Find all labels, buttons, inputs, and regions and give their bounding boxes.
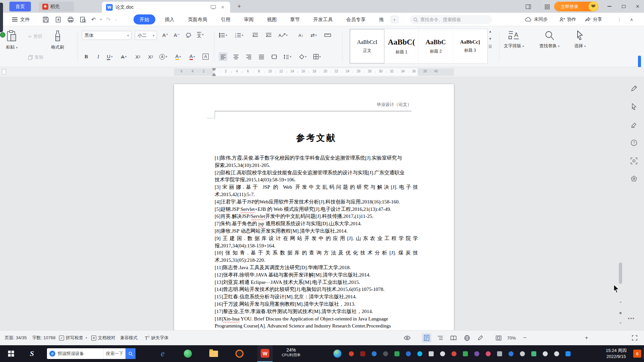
highlight-color-icon[interactable]: A▾ — [174, 52, 182, 61]
ltr-rtl-icon[interactable]: ⇄▾ — [309, 31, 318, 40]
tray-dark-icon[interactable] — [383, 351, 388, 356]
menu-tab-章节[interactable]: 章节 — [283, 13, 307, 26]
edge-dock-widget[interactable] — [0, 3, 3, 32]
font-name-combo[interactable]: 黑体▾ — [82, 31, 131, 40]
collapse-ribbon-icon[interactable]: ∧ — [630, 13, 633, 26]
web-layout-icon[interactable] — [462, 333, 472, 343]
taskbar-ie[interactable]: e — [155, 345, 170, 362]
proofread-button[interactable]: ✕ 文档校对 — [91, 330, 115, 345]
align-left-icon[interactable] — [219, 52, 227, 61]
select-button[interactable]: 选择 ▾ — [574, 30, 586, 49]
copy-button[interactable]: 复制 — [28, 54, 43, 60]
taskbar-explorer[interactable] — [206, 345, 221, 362]
font-size-combo[interactable]: 小二▾ — [135, 31, 157, 40]
gallery-down-icon[interactable]: ▼ — [488, 37, 492, 41]
tray-red-icon[interactable] — [349, 351, 354, 356]
redo-icon[interactable]: ↷ — [106, 16, 110, 23]
increase-indent-icon[interactable] — [264, 31, 273, 40]
taskbar-search-box[interactable]: e 恒温恒湿设备 搜索一下 — [47, 348, 136, 359]
tray-q-icon[interactable] — [566, 351, 571, 356]
taskbar-wps[interactable]: W — [257, 345, 273, 362]
undo-dropdown-icon[interactable]: ▾ — [100, 18, 102, 21]
tab-docer[interactable]: ❋ 稻壳 — [39, 2, 74, 11]
start-button[interactable] — [3, 345, 19, 362]
zoom-out-icon[interactable]: − — [523, 330, 527, 345]
bold-icon[interactable]: B — [82, 52, 91, 61]
undo-icon[interactable]: ↶ — [91, 16, 96, 23]
paste-button[interactable]: 粘贴 ▾ — [6, 30, 17, 50]
eye-protect-widget-icon[interactable] — [0, 32, 5, 38]
gallery-more-icon[interactable]: ☰ — [488, 44, 492, 49]
subscript-icon[interactable]: X2 — [146, 52, 155, 61]
style-标题 3[interactable]: AaBbCc]标题 3 — [453, 29, 487, 63]
gallery-up-icon[interactable]: ▲ — [488, 29, 492, 33]
tab-home[interactable]: 首页 — [9, 2, 31, 11]
spellcheck-button[interactable]: ✓ 拼写检查 ▾ — [59, 330, 87, 345]
tray-monitor-icon[interactable] — [497, 351, 502, 356]
bullet-list-icon[interactable]: ▾ — [219, 31, 227, 40]
justify-icon[interactable] — [257, 52, 266, 61]
pointer-select-icon[interactable] — [629, 102, 639, 111]
vertical-scrollbar[interactable] — [619, 262, 622, 284]
search-magnifier-icon[interactable] — [125, 348, 136, 359]
command-search-input[interactable] — [420, 17, 484, 22]
float-ball-icon[interactable] — [333, 350, 341, 358]
style-标题 2[interactable]: AaBbC标题 2 — [419, 29, 453, 63]
fit-page-icon[interactable] — [494, 333, 503, 343]
italic-icon[interactable]: I — [94, 52, 103, 61]
split-window-icon[interactable] — [210, 5, 217, 9]
align-right-icon[interactable] — [244, 52, 253, 61]
tray-qq-icon[interactable] — [417, 351, 422, 356]
style-正文[interactable]: AaBbCcI正文 — [350, 29, 384, 63]
line-spacing-icon[interactable]: ▾ — [283, 52, 292, 61]
tray-purple-icon[interactable] — [474, 351, 479, 356]
app-grid-icon[interactable] — [543, 3, 551, 10]
canvas-more-icon[interactable]: ••• — [628, 316, 635, 321]
edit-pen-icon[interactable] — [629, 84, 639, 93]
minimize-button[interactable] — [604, 2, 614, 10]
next-page-icon[interactable]: ⌄ — [616, 319, 625, 325]
tray-mail-icon[interactable] — [451, 351, 457, 356]
menu-tab-引用[interactable]: 引用 — [214, 13, 237, 26]
cut-button[interactable]: ✂ 剪切 — [28, 34, 42, 40]
menu-tab-插入[interactable]: 插入 — [158, 13, 181, 26]
ink-annotate-icon[interactable] — [476, 333, 485, 343]
close-window-button[interactable]: × — [633, 2, 643, 10]
zoom-in-icon[interactable]: + — [585, 330, 588, 345]
menu-tab-审阅[interactable]: 审阅 — [237, 13, 260, 26]
sort-icon[interactable]: A↓ — [297, 31, 305, 40]
collaborate-button[interactable]: 协作 — [559, 13, 576, 26]
text-direction-icon[interactable]: A▾ — [278, 31, 287, 40]
restore-button[interactable] — [619, 2, 629, 10]
document-page[interactable]: 毕业设计（论文） 参考文献 [1]陈伟,方霞,吴俊.基于数字化校园的学生学科食品… — [174, 84, 454, 330]
dock-layout-icon[interactable] — [524, 3, 533, 10]
tray-pink-icon[interactable] — [486, 351, 491, 356]
format-painter-button[interactable]: 格式刷 — [51, 30, 64, 50]
menu-tab-overflow-icon[interactable]: › — [391, 16, 398, 23]
font-color-icon[interactable]: A▾ — [188, 52, 197, 61]
login-button[interactable]: 立即登录 — [554, 2, 598, 11]
close-tab-icon[interactable]: ✕ — [219, 5, 226, 10]
tray-maroon-icon[interactable] — [360, 351, 365, 356]
search-go-button[interactable]: 搜索一下 — [103, 348, 125, 359]
clear-format-icon[interactable] — [184, 31, 193, 40]
tab-ruler-icon[interactable] — [323, 31, 332, 40]
compatibility-mode[interactable]: 兼容模式 — [120, 330, 138, 345]
tray-bell-icon[interactable] — [440, 351, 445, 356]
distribute-icon[interactable] — [270, 52, 278, 61]
page-indicator[interactable]: 页面: 34/35 — [5, 330, 27, 345]
seal-icon[interactable] — [629, 174, 639, 184]
char-shading-icon[interactable]: A▾ — [159, 52, 168, 61]
taskbar-clock[interactable]: 15:24 周四 2022/9/15 — [601, 348, 631, 360]
help-icon[interactable]: ? — [629, 138, 639, 147]
menu-tab-会员专享[interactable]: 会员专享 — [339, 13, 372, 26]
increase-font-icon[interactable]: A⁺ — [161, 31, 170, 40]
export-pdf-icon[interactable] — [54, 15, 62, 23]
file-menu-button[interactable]: 文件 — [12, 13, 30, 26]
text-layout-button[interactable]: A 文字排版 ▾ — [504, 30, 524, 49]
left-indent-marker[interactable] — [212, 75, 216, 76]
notification-badge[interactable]: 6 — [633, 350, 641, 358]
more-options-icon[interactable]: ⋮ — [617, 13, 622, 26]
decrease-indent-icon[interactable] — [251, 31, 260, 40]
menu-tab-推[interactable]: 推 — [372, 13, 391, 26]
